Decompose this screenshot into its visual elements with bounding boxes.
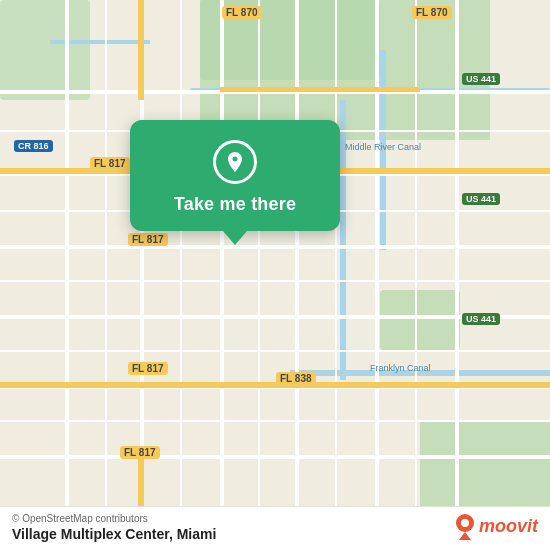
pin-icon (223, 150, 247, 174)
map-popup: Take me there (130, 120, 340, 231)
road-h-thin-4 (0, 350, 550, 352)
road-817-v-top (138, 0, 144, 100)
road-label-fl817-4: FL 817 (120, 446, 160, 459)
road-v-thin-3 (258, 0, 260, 550)
green-area-east (380, 290, 460, 350)
road-h-6 (0, 455, 550, 459)
road-v-thin-2 (180, 0, 182, 550)
green-area-se (420, 420, 550, 510)
road-label-us441-3: US 441 (462, 313, 500, 325)
road-v-3 (220, 0, 224, 550)
road-label-fl817-2: FL 817 (128, 233, 168, 246)
road-label-fl817-1: FL 817 (90, 157, 130, 170)
road-v-6 (455, 0, 459, 550)
svg-point-1 (461, 519, 469, 527)
road-label-fl870-2: FL 870 (412, 6, 452, 19)
bottom-bar: © OpenStreetMap contributors Village Mul… (0, 506, 550, 550)
road-label-cr816: CR 816 (14, 140, 53, 152)
location-pin-circle (213, 140, 257, 184)
road-label-fl870-1: FL 870 (222, 6, 262, 19)
moovit-logo-text: moovit (479, 516, 538, 537)
road-838-h (0, 382, 550, 388)
road-v-5 (375, 0, 379, 550)
moovit-pin-icon (454, 512, 476, 540)
road-label-us441-2: US 441 (462, 193, 500, 205)
road-v-thin-5 (415, 0, 417, 550)
green-area-nw (0, 0, 90, 100)
map-container: FL 870 FL 870 FL 817 FL 817 FL 817 FL 81… (0, 0, 550, 550)
road-label-fl817-3: FL 817 (128, 362, 168, 375)
franklyn-canal-label: Franklyn Canal (370, 363, 431, 373)
road-870-h (220, 87, 420, 92)
road-v-4 (295, 0, 299, 550)
road-h-3 (0, 245, 550, 249)
road-v-1 (65, 0, 69, 550)
middle-river-canal-label: Middle River Canal (345, 142, 421, 152)
road-v-thin-1 (105, 0, 107, 550)
road-h-thin-3 (0, 280, 550, 282)
take-me-there-button[interactable]: Take me there (174, 194, 296, 215)
moovit-logo: moovit (454, 512, 538, 540)
road-label-fl838: FL 838 (276, 372, 316, 385)
road-h-thin-5 (0, 420, 550, 422)
road-label-us441-1: US 441 (462, 73, 500, 85)
road-v-thin-4 (335, 0, 337, 550)
